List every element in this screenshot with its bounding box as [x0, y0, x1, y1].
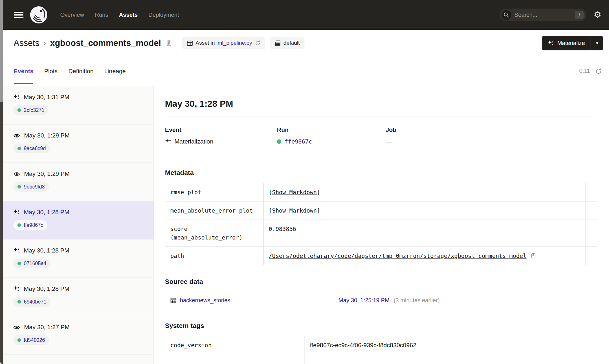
materialize-dropdown-button[interactable]: ▾: [591, 36, 603, 50]
nav-deployment[interactable]: Deployment: [148, 12, 179, 18]
observation-eye-icon: [13, 324, 20, 331]
source-timestamp-link[interactable]: May 30, 1:25:19 PM: [338, 297, 390, 303]
materialization-sparkle-icon: [13, 209, 20, 215]
primary-nav: Overview Runs Assets Deployment: [60, 12, 179, 18]
reload-definition-icon[interactable]: [255, 40, 261, 46]
run-status-dot: [17, 108, 21, 112]
run-id-link[interactable]: ffe9867c: [285, 138, 312, 145]
job-column-label: Job: [386, 126, 597, 133]
metadata-key: score (mean_absolute_error): [165, 220, 264, 247]
run-link[interactable]: fd540026: [13, 335, 49, 345]
materialize-button[interactable]: Materialize: [542, 36, 591, 50]
job-value: —: [386, 138, 392, 145]
nav-overview[interactable]: Overview: [60, 12, 84, 18]
asset-group-pill[interactable]: default: [270, 37, 304, 49]
asset-definition-pill[interactable]: Asset in ml_pipeline.py: [182, 37, 265, 49]
run-link[interactable]: 2cfc3271: [13, 105, 49, 115]
pipeline-file-link[interactable]: ml_pipeline.py: [218, 40, 252, 46]
event-time: May 30, 1:29 PM: [24, 132, 70, 139]
run-column-label: Run: [277, 126, 386, 133]
top-nav: Overview Runs Assets Deployment / ⚙: [0, 0, 609, 30]
breadcrumb-separator: ›: [43, 39, 46, 48]
tab-plots[interactable]: Plots: [44, 56, 57, 86]
table-row: rmse plot [Show Markdown]: [165, 183, 597, 201]
source-asset-link[interactable]: hackernews_stories: [180, 296, 230, 305]
metadata-key: path: [165, 247, 264, 265]
tab-lineage[interactable]: Lineage: [104, 56, 126, 86]
show-markdown-link[interactable]: [Show Markdown]: [269, 189, 320, 195]
run-status-dot: [17, 185, 21, 188]
run-link[interactable]: 6940be71: [13, 297, 50, 307]
system-tag-key: code_version: [165, 336, 305, 355]
event-list-item-partial: [0, 354, 154, 364]
hamburger-menu-icon[interactable]: [14, 12, 23, 18]
event-list-item[interactable]: May 30, 1:29 PM 9aca6c9d: [0, 125, 154, 163]
event-list-item[interactable]: May 30, 1:28 PM 6940be71: [0, 278, 154, 316]
source-data-heading: Source data: [165, 278, 597, 285]
search-shortcut-key: /: [575, 11, 584, 19]
event-time: May 30, 1:28 PM: [24, 209, 69, 216]
global-search[interactable]: /: [500, 9, 586, 21]
system-tags-table: code_version ffe9867c-ec9c-4f06-939c-f8d…: [165, 336, 597, 364]
copy-path-icon[interactable]: [530, 253, 536, 259]
system-tags-heading: System tags: [165, 322, 597, 329]
source-data-table: hackernews_stories May 30, 1:25:19 PM (3…: [165, 292, 597, 309]
window-edge: [0, 0, 3, 364]
event-list-item-selected[interactable]: May 30, 1:28 PM ffe9867c: [0, 201, 154, 239]
search-icon: [501, 10, 511, 20]
nav-assets[interactable]: Assets: [119, 12, 138, 18]
asset-in-label: Asset in: [196, 40, 215, 46]
event-list-item[interactable]: May 30, 1:29 PM 9ebc9fd8: [0, 163, 154, 201]
event-list: May 30, 1:31 PM 2cfc3271 May 30, 1:29 PM…: [0, 86, 154, 364]
search-input[interactable]: [514, 12, 572, 18]
materialization-sparkle-icon: [13, 286, 20, 292]
metadata-value: 0.983856: [264, 220, 586, 247]
materialization-sparkle-icon: [13, 94, 20, 100]
metadata-key: mean_absolute_error plot: [165, 201, 264, 220]
event-list-item[interactable]: May 30, 1:27 PM fd540026: [0, 316, 154, 354]
materialization-sparkle-icon: [13, 247, 20, 254]
metadata-table: rmse plot [Show Markdown] mean_absolute_…: [165, 183, 597, 265]
refresh-countdown: 0:11: [579, 68, 590, 74]
source-time-note: (3 minutes earlier): [394, 297, 440, 303]
run-status-dot: [17, 262, 21, 265]
run-status-dot: [17, 147, 21, 150]
table-row-partial: [165, 355, 597, 364]
tab-definition[interactable]: Definition: [69, 56, 94, 86]
dagster-logo[interactable]: [30, 6, 48, 24]
copy-asset-name-icon[interactable]: [166, 40, 173, 47]
refresh-icon[interactable]: [595, 68, 602, 75]
table-row: hackernews_stories May 30, 1:25:19 PM (3…: [165, 292, 597, 309]
run-status-dot: [17, 338, 21, 342]
show-markdown-link[interactable]: [Show Markdown]: [269, 207, 320, 214]
event-list-item[interactable]: May 30, 1:28 PM 071605a4: [0, 239, 154, 278]
run-link[interactable]: ffe9867c: [13, 220, 47, 230]
run-link[interactable]: 9aca6c9d: [13, 144, 50, 153]
materialization-sparkle-icon: [165, 138, 171, 145]
run-link[interactable]: 071605a4: [13, 259, 50, 268]
event-time: May 30, 1:31 PM: [24, 94, 69, 101]
tab-events[interactable]: Events: [14, 56, 33, 86]
asset-tabs: Events Plots Definition Lineage 0:11: [0, 56, 609, 86]
run-status-dot: [17, 223, 21, 227]
observation-eye-icon: [13, 132, 20, 139]
breadcrumb-assets-link[interactable]: Assets: [14, 38, 39, 48]
asset-header-row: Assets › xgboost_comments_model Asset in: [0, 30, 609, 56]
event-time: May 30, 1:28 PM: [24, 247, 69, 254]
nav-runs[interactable]: Runs: [95, 12, 108, 18]
table-icon: [187, 40, 193, 46]
table-row: score (mean_absolute_error) 0.983856: [165, 220, 597, 247]
group-label: default: [284, 40, 300, 46]
system-tag-value: ffe9867c-ec9c-4f06-939c-f8dc830c0962: [305, 336, 597, 355]
settings-gear-icon[interactable]: ⚙: [594, 11, 601, 19]
event-detail-panel: May 30, 1:28 PM Event Materialization Ru…: [154, 86, 609, 364]
event-list-item[interactable]: May 30, 1:31 PM 2cfc3271: [0, 86, 154, 125]
observation-eye-icon: [13, 171, 20, 177]
table-row: code_version ffe9867c-ec9c-4f06-939c-f8d…: [165, 336, 597, 355]
caret-down-icon: ▾: [596, 40, 599, 46]
event-type-value: Materialization: [174, 138, 213, 145]
path-link[interactable]: /Users/odetteharary/code/dagster/tmp_0mz…: [269, 252, 527, 260]
event-time: May 30, 1:28 PM: [24, 285, 69, 292]
table-row: mean_absolute_error plot [Show Markdown]: [165, 201, 597, 220]
run-link[interactable]: 9ebc9fd8: [13, 182, 49, 192]
